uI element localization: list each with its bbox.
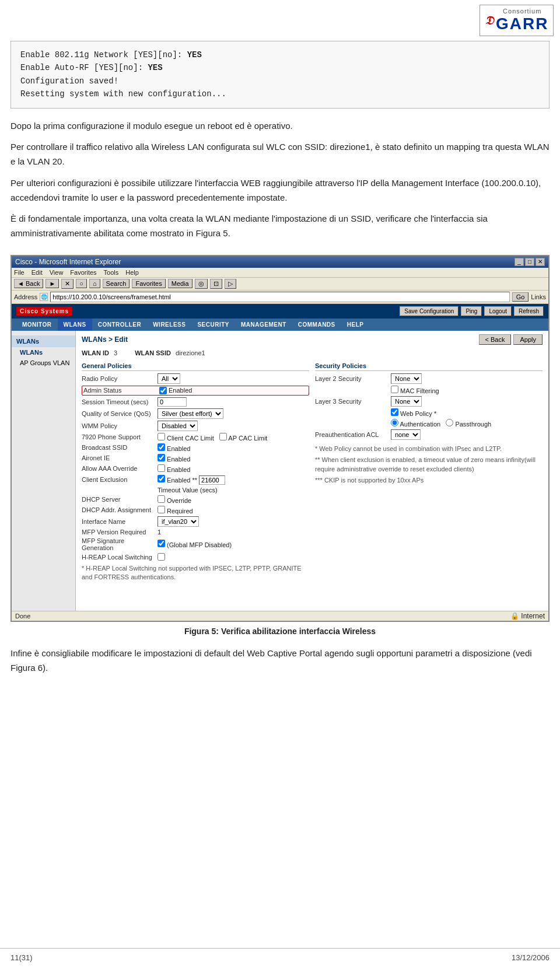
menu-favorites[interactable]: Favorites [70, 269, 96, 276]
radio-policy-select[interactable]: All [158, 373, 180, 384]
ie-title: Cisco - Microsoft Internet Explorer [15, 258, 121, 266]
logo-garr: GARR [496, 15, 548, 33]
cisco-sidebar: WLANs WLANs AP Groups VLAN [12, 331, 76, 611]
paragraph4: È di fondamentale importanza, una volta … [10, 212, 550, 241]
menu-edit[interactable]: Edit [32, 269, 43, 276]
paragraph3: Per ulteriori configurazioni è possibile… [10, 176, 550, 205]
ie-minimize-btn[interactable]: _ [514, 258, 524, 266]
dhcp-addr-row: DHCP Addr. Assignment Required [82, 506, 309, 515]
statusbar-done: Done [15, 613, 30, 620]
address-input[interactable] [50, 292, 509, 302]
client-cac-checkbox[interactable] [158, 433, 165, 440]
interface-name-select[interactable]: if_vlan20 [158, 516, 199, 527]
sidebar-title: WLANs [12, 335, 75, 347]
cisco-content: WLANs > Edit < Back Apply WLAN ID 3 WLAN… [76, 331, 548, 611]
save-config-btn[interactable]: Save Configuration [400, 306, 459, 316]
print-btn[interactable]: ▷ [225, 279, 236, 289]
layer2-security-select[interactable]: None [391, 373, 422, 384]
nav-wireless[interactable]: WIRELESS [147, 319, 191, 331]
paragraph1: Dopo la prima configurazione il modulo e… [10, 119, 550, 134]
exclusion-timeout-input[interactable] [199, 475, 225, 485]
aaa-override-checkbox[interactable] [158, 464, 165, 472]
wlan-id-field: WLAN ID 3 [82, 349, 117, 356]
wmm-select[interactable]: Disabled [158, 421, 198, 431]
sidebar-item-apgroups[interactable]: AP Groups VLAN [12, 358, 75, 368]
admin-status-checkbox[interactable] [159, 387, 167, 394]
sidebar-item-wlans[interactable]: WLANs [12, 347, 75, 358]
session-timeout-input[interactable] [158, 397, 187, 407]
favorites-btn[interactable]: Favorites [132, 279, 165, 288]
links-label: Links [531, 293, 546, 300]
col-right: Security Policies Layer 2 Security None … [315, 360, 542, 582]
aironet-ie-row: Aironet IE Enabled [82, 454, 309, 463]
mail-btn[interactable]: ⊡ [210, 279, 222, 289]
nav-controller[interactable]: CONTROLLER [92, 319, 147, 331]
ap-cac-checkbox[interactable] [219, 433, 227, 440]
mac-filtering-checkbox[interactable] [391, 386, 398, 393]
ie-addressbar: Address 🌐 Go Links [12, 291, 548, 304]
media-btn[interactable]: Media [168, 279, 192, 288]
broadcast-ssid-row: Broadcast SSID Enabled [82, 443, 309, 452]
menu-help[interactable]: Help [125, 269, 139, 276]
search-btn[interactable]: Search [103, 279, 130, 288]
preauth-acl-select[interactable]: none [391, 429, 421, 440]
qos-row: Quality of Service (QoS) Silver (best ef… [82, 408, 309, 419]
address-label: Address [14, 293, 37, 300]
nav-commands[interactable]: COMMANDS [292, 319, 341, 331]
apply-btn[interactable]: Apply [513, 334, 542, 345]
forward-btn[interactable]: ► [46, 279, 59, 288]
dhcp-required-checkbox[interactable] [158, 506, 165, 513]
home-btn[interactable]: ⌂ [89, 279, 100, 288]
main-content: Dopo la prima configurazione il modulo e… [10, 119, 550, 241]
web-policy-checkbox[interactable] [391, 408, 398, 416]
nav-wlans[interactable]: WLANs [58, 319, 92, 331]
authentication-radio[interactable] [391, 419, 398, 426]
two-col-layout: General Policies Radio Policy All Admin … [82, 360, 542, 582]
history-btn[interactable]: ◎ [195, 279, 208, 289]
qos-select[interactable]: Silver (best effort) [158, 408, 223, 419]
breadcrumb: WLANs > Edit [82, 335, 128, 344]
layer3-security-select[interactable]: None [391, 396, 422, 407]
session-timeout-row: Session Timeout (secs) [82, 397, 309, 407]
back-nav-btn[interactable]: < Back [479, 334, 512, 345]
logo-box: 𝔇 Consortium GARR [480, 5, 554, 36]
back-btn[interactable]: ◄ Back [14, 279, 43, 288]
timeout-value-label-row: Timeout Value (secs) [82, 487, 309, 494]
statusbar-zone: 🔒 Internet [510, 612, 545, 620]
hreap-checkbox[interactable] [158, 553, 165, 561]
cisco-header: Cisco Systems Save Configuration Ping Lo… [12, 304, 548, 319]
hreap-note: * H-REAP Local Switching not supported w… [82, 564, 309, 582]
footer-page: 11(31) [10, 953, 33, 962]
admin-status-row: Admin Status Enabled [82, 386, 309, 396]
go-btn[interactable]: Go [512, 292, 529, 302]
aironet-ie-checkbox[interactable] [158, 454, 165, 461]
ping-btn[interactable]: Ping [461, 306, 482, 316]
content-header-btns: < Back Apply [479, 334, 542, 345]
broadcast-ssid-checkbox[interactable] [158, 443, 165, 451]
note1: * Web Policy cannot be used in combinati… [315, 445, 542, 453]
menu-file[interactable]: File [14, 269, 24, 276]
terminal-block: Enable 802.11g Network [YES][no]: YES En… [10, 41, 550, 109]
menu-view[interactable]: View [50, 269, 64, 276]
mfp-sig-checkbox[interactable] [158, 540, 165, 547]
nav-monitor[interactable]: MONITOR [16, 319, 58, 331]
nav-management[interactable]: MANAGEMENT [235, 319, 292, 331]
dhcp-override-checkbox[interactable] [158, 495, 165, 503]
passthrough-radio[interactable] [446, 419, 453, 426]
client-exclusion-checkbox[interactable] [158, 475, 165, 482]
terminal-line3: Configuration saved! [20, 75, 540, 88]
figure-caption: Figura 5: Verifica abilitazione interfac… [0, 627, 560, 636]
col-left: General Policies Radio Policy All Admin … [82, 360, 309, 582]
menu-tools[interactable]: Tools [104, 269, 119, 276]
nav-help[interactable]: HELP [341, 319, 370, 331]
logout-btn[interactable]: Logout [484, 306, 512, 316]
note3: *** CKIP is not supported by 10xx APs [315, 476, 542, 485]
stop-btn[interactable]: ✕ [61, 279, 74, 289]
ie-maximize-btn[interactable]: □ [525, 258, 534, 266]
refresh-btn[interactable]: ○ [76, 279, 87, 288]
refresh-config-btn[interactable]: Refresh [514, 306, 544, 316]
paragraph2: Per controllare il traffico relativo all… [10, 140, 550, 169]
ie-close-btn[interactable]: ✕ [536, 258, 545, 266]
nav-security[interactable]: SECURITY [191, 319, 235, 331]
web-policy-row: Web Policy * [315, 408, 542, 417]
